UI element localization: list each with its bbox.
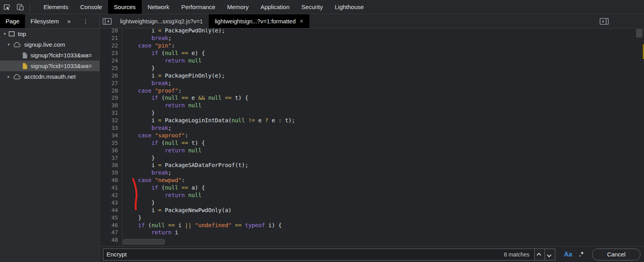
editor-tab-1[interactable]: lightweightsign...?v=1:formatted× — [209, 14, 309, 28]
close-tab-icon[interactable]: × — [300, 18, 303, 25]
tree-item-top[interactable]: ▾top — [0, 28, 99, 39]
line-number[interactable]: 23 — [100, 50, 122, 56]
code-text[interactable]: } — [122, 155, 155, 161]
line-number[interactable]: 39 — [100, 169, 122, 176]
code-text[interactable]: case "saproof": — [122, 132, 188, 139]
code-text[interactable]: if (null == e && null == t) { — [122, 95, 248, 101]
line-number[interactable]: 25 — [100, 65, 122, 71]
tree-item-signup-live-com[interactable]: ▾signup.live.com — [0, 39, 99, 50]
code-text[interactable]: if (null == a) { — [122, 184, 205, 191]
line-number[interactable]: 35 — [100, 140, 122, 146]
tree-item-acctcdn-msauth-net[interactable]: ▸acctcdn.msauth.net — [0, 71, 99, 82]
panel-tab-memory[interactable]: Memory — [221, 0, 255, 14]
line-number[interactable]: 22 — [100, 42, 122, 49]
line-number[interactable]: 47 — [100, 229, 122, 235]
line-number[interactable]: 45 — [100, 215, 122, 221]
navigator-tab-filesystem[interactable]: Filesystem — [25, 14, 65, 28]
code-line: 39 break; — [100, 169, 644, 177]
panel-tab-security[interactable]: Security — [295, 0, 329, 14]
panel-tab-console[interactable]: Console — [74, 0, 108, 14]
code-text[interactable]: i = PackageNewPwdOnly(a) — [122, 207, 232, 213]
navigator-tab-page[interactable]: Page — [0, 14, 25, 28]
line-number[interactable]: 40 — [100, 177, 122, 183]
code-line: 20 i = PackagePwdOnly(e); — [100, 28, 644, 34]
line-number[interactable]: 34 — [100, 132, 122, 139]
line-number[interactable]: 29 — [100, 95, 122, 101]
code-text[interactable]: break; — [122, 125, 171, 131]
navigator-menu-icon[interactable]: ⋮ — [83, 18, 89, 25]
code-text[interactable]: } — [122, 110, 155, 116]
tree-item-signup-lcid-1033-wa-[interactable]: signup?lcid=1033&wa= — [0, 61, 99, 71]
line-number[interactable]: 44 — [100, 207, 122, 213]
panel-tab-lighthouse[interactable]: Lighthouse — [329, 0, 370, 14]
panel-tab-application[interactable]: Application — [255, 0, 295, 14]
regex-toggle[interactable]: .* — [579, 251, 583, 258]
code-text[interactable]: return null — [122, 102, 202, 108]
code-text[interactable]: if (null == t) { — [122, 140, 205, 146]
code-text[interactable]: return null — [122, 147, 202, 154]
code-line: 26 i = PackagePinOnly(e); — [100, 72, 644, 79]
cancel-button[interactable]: Cancel — [592, 249, 640, 260]
horizontal-scrollbar-thumb[interactable] — [123, 239, 165, 245]
code-text[interactable]: break; — [122, 35, 171, 41]
code-text[interactable]: i = PackagePinOnly(e); — [122, 72, 225, 79]
panel-tab-network[interactable]: Network — [142, 0, 175, 14]
tree-arrow-expanded-icon[interactable]: ▾ — [2, 31, 7, 36]
search-query-text[interactable]: Encrypt — [107, 251, 504, 258]
line-number[interactable]: 38 — [100, 162, 122, 168]
code-text[interactable]: if (null == i || "undefined" == typeof i… — [122, 222, 282, 228]
editor-tab-0[interactable]: lightweightsign...sxsgXq2.js?v=1 — [114, 14, 209, 28]
line-number[interactable]: 36 — [100, 147, 122, 154]
code-text[interactable]: break; — [122, 80, 171, 86]
code-line: 31 } — [100, 109, 644, 117]
tree-item-signup-lcid-1033-wa-[interactable]: signup?lcid=1033&wa= — [0, 50, 99, 61]
code-text[interactable]: return null — [122, 57, 202, 64]
panel-tab-sources[interactable]: Sources — [108, 0, 142, 14]
show-debugger-sidebar-button[interactable] — [600, 18, 609, 25]
code-text[interactable]: i = PackageSADataForProof(t); — [122, 162, 248, 168]
line-number[interactable]: 43 — [100, 199, 122, 206]
line-number[interactable]: 28 — [100, 87, 122, 94]
code-text[interactable]: return i — [122, 229, 178, 235]
code-text[interactable]: return null — [122, 192, 202, 198]
line-number[interactable]: 37 — [100, 155, 122, 161]
code-text[interactable]: i = PackageLoginIntData(null != e ? e : … — [122, 117, 295, 123]
code-text[interactable]: case "proof": — [122, 87, 181, 94]
code-text[interactable]: } — [122, 215, 141, 221]
toggle-device-toolbar-button[interactable] — [13, 0, 27, 14]
code-text[interactable]: } — [122, 65, 155, 71]
vertical-scrollbar-thumb[interactable] — [636, 29, 642, 38]
more-tabs-icon[interactable]: » — [67, 18, 71, 25]
previous-match-button[interactable] — [534, 249, 545, 260]
line-number[interactable]: 30 — [100, 102, 122, 108]
doc-yellow-icon — [22, 63, 27, 69]
line-number[interactable]: 33 — [100, 125, 122, 131]
next-match-button[interactable] — [545, 249, 555, 260]
line-number[interactable]: 20 — [100, 28, 122, 34]
chevron-up-icon — [537, 253, 541, 257]
tree-arrow-expanded-icon[interactable]: ▾ — [6, 42, 11, 47]
match-case-toggle[interactable]: Aa — [564, 251, 572, 258]
search-input[interactable]: Encrypt 8 matches — [103, 249, 535, 260]
code-text[interactable]: } — [122, 199, 155, 206]
line-number[interactable]: 21 — [100, 35, 122, 41]
line-number[interactable]: 24 — [100, 57, 122, 64]
line-number[interactable]: 46 — [100, 222, 122, 228]
line-number[interactable]: 26 — [100, 72, 122, 79]
code-text[interactable]: if (null == e) { — [122, 50, 205, 56]
line-number[interactable]: 41 — [100, 184, 122, 191]
panel-tab-performance[interactable]: Performance — [175, 0, 221, 14]
code-text[interactable]: case "pin": — [122, 42, 175, 49]
line-number[interactable]: 27 — [100, 80, 122, 86]
code-text[interactable]: i = PackagePwdOnly(e); — [122, 28, 225, 34]
code-text[interactable]: break; — [122, 169, 171, 176]
code-text[interactable]: case "newpwd": — [122, 177, 185, 183]
tree-arrow-collapsed-icon[interactable]: ▸ — [6, 74, 11, 79]
line-number[interactable]: 32 — [100, 117, 122, 123]
inspect-element-button[interactable] — [0, 0, 13, 14]
panel-tab-elements[interactable]: Elements — [38, 0, 74, 14]
line-number[interactable]: 42 — [100, 192, 122, 198]
line-number[interactable]: 31 — [100, 110, 122, 116]
line-number[interactable]: 48 — [100, 237, 122, 243]
hide-navigator-button[interactable] — [103, 18, 112, 25]
